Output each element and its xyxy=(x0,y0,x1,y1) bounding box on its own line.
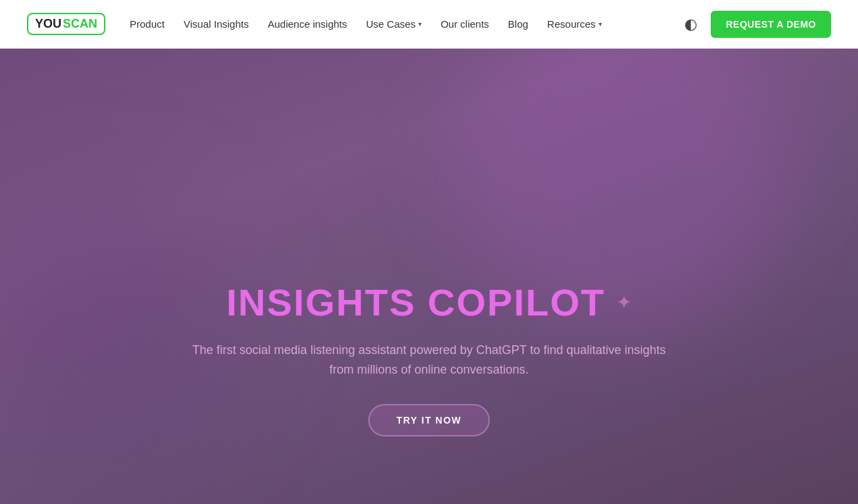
nav-item-use-cases[interactable]: Use Cases ▾ xyxy=(366,18,422,30)
nav-link-visual-insights[interactable]: Visual Insights xyxy=(184,18,249,30)
hero-content: INSIGHTS COPILOT ✦ The first social medi… xyxy=(186,280,672,436)
try-it-now-button[interactable]: TRY IT NOW xyxy=(368,404,490,436)
navbar: YOUSCAN Product Visual Insights Audience… xyxy=(0,0,858,49)
nav-item-resources[interactable]: Resources ▾ xyxy=(547,18,602,30)
star-decoration-icon: ✦ xyxy=(616,291,632,313)
use-cases-dropdown-icon: ▾ xyxy=(418,20,422,28)
nav-item-our-clients[interactable]: Our clients xyxy=(440,18,489,30)
nav-item-product[interactable]: Product xyxy=(130,18,165,30)
nav-link-use-cases[interactable]: Use Cases ▾ xyxy=(366,18,422,30)
nav-links: Product Visual Insights Audience insight… xyxy=(130,18,602,30)
logo[interactable]: YOUSCAN xyxy=(27,13,105,35)
nav-link-resources[interactable]: Resources ▾ xyxy=(547,18,602,30)
user-account-icon[interactable]: ◐ xyxy=(684,16,697,33)
nav-item-visual-insights[interactable]: Visual Insights xyxy=(184,18,249,30)
hero-title: INSIGHTS COPILOT xyxy=(226,280,605,324)
nav-link-product[interactable]: Product xyxy=(130,18,165,30)
nav-item-audience-insights[interactable]: Audience insights xyxy=(268,18,347,30)
logo-scan-text: SCAN xyxy=(63,17,97,31)
navbar-left: YOUSCAN Product Visual Insights Audience… xyxy=(27,13,602,35)
logo-box: YOUSCAN xyxy=(27,13,105,35)
hero-title-row: INSIGHTS COPILOT ✦ xyxy=(186,280,672,324)
hero-section: INSIGHTS COPILOT ✦ The first social medi… xyxy=(0,49,858,504)
nav-link-blog[interactable]: Blog xyxy=(508,18,528,30)
resources-dropdown-icon: ▾ xyxy=(599,20,602,28)
logo-you-text: YOU xyxy=(35,17,61,31)
hero-subtitle: The first social media listening assista… xyxy=(186,341,672,380)
navbar-right: ◐ REQUEST A DEMO xyxy=(684,11,831,38)
nav-link-audience-insights[interactable]: Audience insights xyxy=(268,18,347,30)
nav-item-blog[interactable]: Blog xyxy=(508,18,528,30)
request-demo-button[interactable]: REQUEST A DEMO xyxy=(711,11,831,38)
nav-link-our-clients[interactable]: Our clients xyxy=(440,18,489,30)
